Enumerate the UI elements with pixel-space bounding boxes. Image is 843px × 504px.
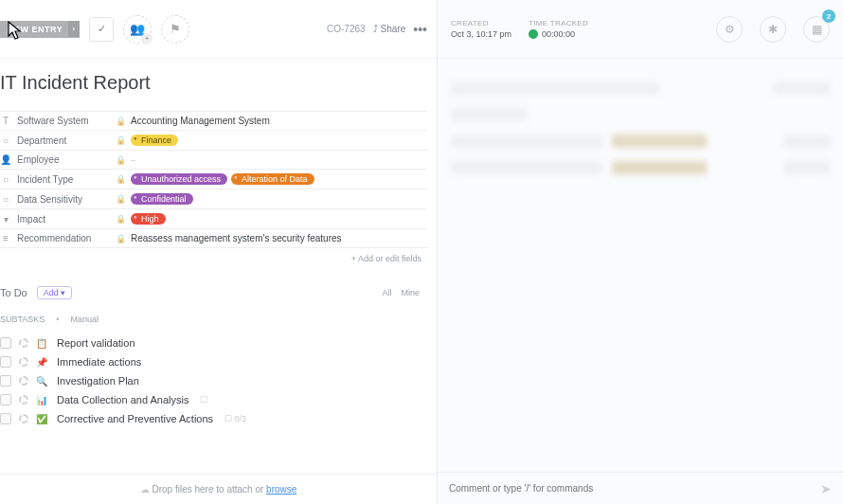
subtask-row[interactable]: 📋 Report validation: [0, 333, 427, 352]
subtask-type-icon: ✅: [36, 414, 49, 424]
fields-table: T Software System 🔒 Accounting Managemen…: [0, 111, 427, 248]
field-type-icon: ▾: [0, 214, 11, 225]
page-title: IT Incident Report: [0, 72, 427, 94]
gear-icon: ⚙: [725, 23, 735, 36]
todo-title: To Do: [0, 287, 27, 298]
subtask-type-icon: 📊: [36, 395, 49, 405]
subtask-label: Corrective and Preventive Actions: [57, 413, 213, 424]
status-dot[interactable]: [19, 376, 28, 386]
created-value: Oct 3, 10:17 pm: [451, 29, 511, 39]
field-row[interactable]: ▾ Impact 🔒 High: [0, 209, 427, 229]
lock-icon: 🔒: [116, 155, 125, 165]
field-row[interactable]: T Software System 🔒 Accounting Managemen…: [0, 112, 427, 131]
subtask-checkbox[interactable]: [0, 337, 11, 349]
subtask-type-icon: 📋: [36, 338, 49, 349]
field-type-icon: ○: [0, 174, 11, 185]
tag[interactable]: Alteration of Data: [231, 173, 314, 185]
field-row[interactable]: ○ Data Sensitivity 🔒 Confidential: [0, 189, 427, 209]
add-subtask-button[interactable]: Add ▾: [37, 286, 73, 299]
status-dot[interactable]: [19, 414, 28, 423]
lock-icon: 🔒: [116, 135, 125, 145]
subtask-row[interactable]: ✅ Corrective and Preventive Actions ☐ 0/…: [0, 409, 427, 428]
grid-icon: ▦: [812, 23, 822, 36]
settings-button[interactable]: ⚙: [716, 16, 743, 43]
field-label-text: Incident Type: [17, 174, 73, 185]
field-label-text: Employee: [17, 154, 59, 165]
subtask-checkbox[interactable]: [0, 375, 11, 387]
send-icon[interactable]: ➤: [820, 481, 832, 496]
field-label-text: Software System: [17, 116, 89, 126]
tag[interactable]: Finance: [131, 135, 178, 146]
drop-zone[interactable]: ☁ Drop files here to attach or browse: [0, 474, 437, 504]
add-edit-fields-link[interactable]: + Add or edit fields: [0, 248, 427, 269]
status-dot[interactable]: [19, 357, 28, 367]
subtask-label: Data Collection and Analysis: [57, 394, 188, 405]
subtask-meta: ☐: [200, 395, 207, 405]
field-label-text: Impact: [17, 214, 45, 225]
chevron-right-icon[interactable]: ›: [68, 21, 80, 37]
field-label-text: Data Sensitivity: [17, 194, 82, 205]
subtask-row[interactable]: 📌 Immediate actions: [0, 352, 427, 371]
subtask-label: Immediate actions: [57, 356, 141, 368]
check-button[interactable]: ✓: [89, 17, 114, 42]
field-row[interactable]: 👤 Employee 🔒 –: [0, 151, 427, 170]
field-type-icon: T: [0, 116, 11, 126]
field-type-icon: ○: [0, 135, 11, 146]
network-icon: ✱: [768, 23, 778, 36]
watchers-button[interactable]: ✱: [760, 16, 786, 43]
right-toolbar: CREATED Oct 3, 10:17 pm TIME TRACKED 00:…: [438, 0, 843, 59]
left-toolbar: NEW ENTRY › ✓ 👥+ ⚑ CO-7263 ⤴Share •••: [0, 0, 437, 59]
assignee-button[interactable]: 👥+: [123, 15, 152, 44]
subtask-checkbox[interactable]: [0, 394, 11, 405]
lock-icon: 🔒: [116, 234, 125, 243]
field-label-text: Recommendation: [17, 233, 91, 243]
more-button[interactable]: •••: [413, 22, 427, 37]
subtask-checkbox[interactable]: [0, 413, 11, 424]
tag[interactable]: High: [131, 213, 166, 225]
flag-icon: ⚑: [170, 22, 181, 36]
time-tracked-label: TIME TRACKED: [529, 19, 588, 27]
field-row[interactable]: ≡ Recommendation 🔒 Reassess management s…: [0, 229, 427, 248]
created-label: CREATED: [451, 19, 511, 27]
share-button[interactable]: ⤴Share: [373, 24, 406, 34]
status-dot[interactable]: [19, 338, 28, 348]
lock-icon: 🔒: [116, 117, 125, 126]
time-tracked-value: 00:00:00: [542, 29, 575, 39]
field-type-icon: 👤: [0, 154, 11, 165]
subtask-label: Investigation Plan: [57, 375, 139, 387]
sort-manual[interactable]: Manual: [71, 315, 99, 324]
mouse-cursor: [8, 21, 23, 42]
field-row[interactable]: ○ Incident Type 🔒 Unauthorized accessAlt…: [0, 170, 427, 189]
subtask-checkbox[interactable]: [0, 356, 11, 368]
tab-mine[interactable]: Mine: [401, 288, 420, 297]
status-dot[interactable]: [19, 395, 28, 405]
empty-value: –: [131, 155, 135, 165]
task-id[interactable]: CO-7263: [327, 24, 366, 34]
field-type-icon: ○: [0, 194, 11, 205]
tag[interactable]: Unauthorized access: [131, 173, 227, 185]
field-value-text: Reassess management system's security fe…: [131, 233, 342, 243]
comment-input[interactable]: [449, 483, 820, 494]
field-value-text: Accounting Management System: [131, 116, 270, 126]
share-icon: ⤴: [373, 24, 378, 34]
play-icon[interactable]: [529, 29, 538, 39]
subtask-type-icon: 🔍: [36, 376, 49, 387]
priority-button[interactable]: ⚑: [161, 15, 189, 44]
subtask-type-icon: 📌: [36, 357, 49, 368]
lock-icon: 🔒: [116, 174, 125, 184]
subtask-row[interactable]: 📊 Data Collection and Analysis ☐: [0, 390, 427, 409]
cloud-icon: ☁: [140, 484, 150, 495]
field-label-text: Department: [17, 135, 66, 146]
browse-link[interactable]: browse: [266, 484, 296, 495]
field-type-icon: ≡: [0, 233, 11, 243]
subtask-row[interactable]: 🔍 Investigation Plan: [0, 371, 427, 390]
notification-badge[interactable]: 2: [822, 9, 835, 23]
subtasks-label: SUBTASKS: [0, 315, 45, 324]
field-row[interactable]: ○ Department 🔒 Finance: [0, 131, 427, 151]
tag[interactable]: Confidential: [131, 193, 193, 205]
lock-icon: 🔒: [116, 214, 125, 224]
lock-icon: 🔒: [116, 194, 125, 204]
tab-all[interactable]: All: [382, 288, 391, 297]
subtask-label: Report validation: [57, 337, 135, 349]
subtask-meta: ☐ 0/3: [224, 414, 246, 423]
